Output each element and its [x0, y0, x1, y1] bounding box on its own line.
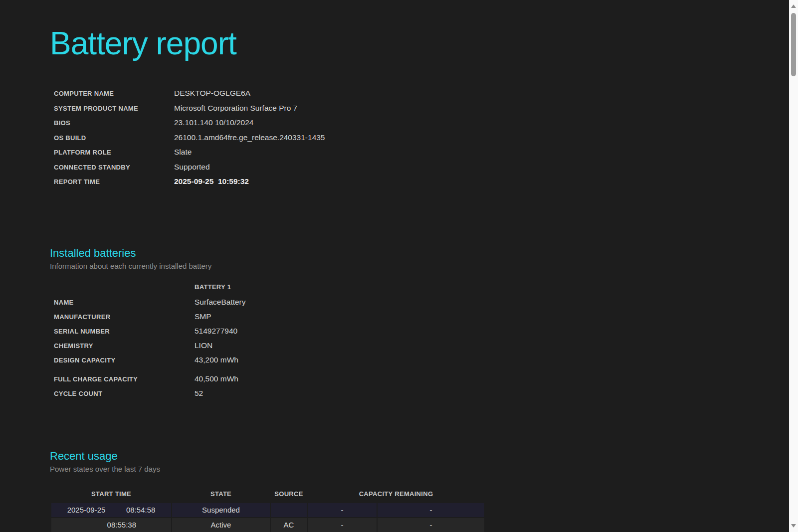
cycle-count-value: 52 — [195, 389, 203, 398]
connected-standby-value: Supported — [174, 163, 210, 172]
os-build-label: OS BUILD — [54, 134, 174, 142]
manufacturer-value: SMP — [195, 312, 211, 321]
battery-detail-row: DESIGN CAPACITY 43,200 mWh — [54, 355, 789, 370]
bios-label: BIOS — [54, 119, 174, 127]
start-time-cell: 08:55:38 — [51, 518, 171, 532]
battery-report-document: Battery report COMPUTER NAME DESKTOP-OGL… — [0, 0, 789, 532]
recent-usage-heading: Recent usage — [50, 449, 789, 464]
system-info-row: PLATFORM ROLE Slate — [54, 148, 789, 163]
serial-number-label: SERIAL NUMBER — [54, 328, 195, 335]
full-charge-capacity-value: 40,500 mWh — [195, 374, 238, 383]
full-charge-capacity-label: FULL CHARGE CAPACITY — [54, 375, 195, 383]
design-capacity-label: DESIGN CAPACITY — [54, 356, 195, 364]
system-info-row: REPORT TIME 2025-09-25 10:59:32 — [54, 177, 789, 192]
system-info-table: COMPUTER NAME DESKTOP-OGLGE6A SYSTEM PRO… — [54, 89, 789, 192]
capacity-percent-cell: - — [308, 503, 377, 517]
battery-detail-row: FULL CHARGE CAPACITY 40,500 mWh — [54, 374, 789, 389]
battery-1-column-header: BATTERY 1 — [195, 283, 231, 291]
serial-number-value: 5149277940 — [195, 327, 237, 336]
report-time-value: 2025-09-25 10:59:32 — [174, 177, 249, 186]
system-info-row: OS BUILD 26100.1.amd64fre.ge_release.240… — [54, 133, 789, 148]
cycle-count-label: CYCLE COUNT — [54, 390, 195, 397]
platform-role-value: Slate — [174, 148, 192, 157]
scrollbar-up-arrow-icon[interactable] — [791, 4, 796, 8]
system-info-row: SYSTEM PRODUCT NAME Microsoft Corporatio… — [54, 104, 789, 119]
state-cell: Suspended — [172, 503, 270, 517]
page-title: Battery report — [50, 25, 789, 62]
source-header: SOURCE — [271, 486, 307, 502]
installed-batteries-section: Installed batteries Information about ea… — [50, 246, 789, 403]
system-info-row: BIOS 23.101.140 10/10/2024 — [54, 118, 789, 133]
start-time-cell: 2025-09-2508:54:58 — [51, 503, 171, 517]
usage-row-active: 08:55:38 Active AC - - — [51, 518, 484, 532]
computer-name-label: COMPUTER NAME — [54, 90, 174, 97]
usage-header-row: START TIME STATE SOURCE CAPACITY REMAINI… — [51, 486, 484, 502]
start-time-header: START TIME — [51, 486, 171, 502]
connected-standby-label: CONNECTED STANDBY — [54, 164, 174, 171]
battery-detail-row: SERIAL NUMBER 5149277940 — [54, 327, 789, 341]
installed-batteries-subtitle: Information about each currently install… — [50, 261, 789, 271]
design-capacity-value: 43,200 mWh — [195, 355, 238, 364]
bios-value: 23.101.140 10/10/2024 — [174, 118, 253, 127]
usage-row-suspended: 2025-09-2508:54:58 Suspended - - — [51, 503, 484, 517]
recent-usage-section: Recent usage Power states over the last … — [50, 449, 789, 532]
battery-detail-row: CHEMISTRY LION — [54, 341, 789, 355]
system-product-name-value: Microsoft Corporation Surface Pro 7 — [174, 104, 297, 113]
system-info-row: CONNECTED STANDBY Supported — [54, 163, 789, 177]
computer-name-value: DESKTOP-OGLGE6A — [174, 89, 250, 98]
chemistry-value: LION — [195, 341, 212, 350]
capacity-mwh-cell: - — [378, 503, 484, 517]
scrollbar-down-arrow-icon[interactable] — [791, 524, 796, 528]
system-product-name-label: SYSTEM PRODUCT NAME — [54, 105, 174, 112]
source-cell: AC — [271, 518, 307, 532]
state-cell: Active — [172, 518, 270, 532]
capacity-percent-cell: - — [308, 518, 377, 532]
system-info-row: COMPUTER NAME DESKTOP-OGLGE6A — [54, 89, 789, 104]
battery-column-header-row: BATTERY 1 — [54, 283, 789, 298]
battery-name-label: NAME — [54, 299, 195, 306]
capacity-mwh-cell: - — [378, 518, 484, 532]
battery-detail-row: CYCLE COUNT 52 — [54, 389, 789, 403]
capacity-remaining-header: CAPACITY REMAINING — [308, 486, 484, 502]
platform-role-label: PLATFORM ROLE — [54, 149, 174, 156]
battery-detail-row: NAME SurfaceBattery — [54, 298, 789, 312]
start-time: 08:55:38 — [102, 521, 136, 529]
recent-usage-table: START TIME STATE SOURCE CAPACITY REMAINI… — [50, 485, 485, 532]
recent-usage-subtitle: Power states over the last 7 days — [50, 464, 789, 474]
scrollbar-thumb[interactable] — [791, 13, 796, 76]
start-time: 08:54:58 — [121, 506, 155, 514]
start-date: 2025-09-25 — [67, 506, 106, 514]
report-time-label: REPORT TIME — [54, 178, 174, 185]
chemistry-label: CHEMISTRY — [54, 342, 195, 350]
source-cell — [271, 503, 307, 517]
state-header: STATE — [172, 486, 270, 502]
manufacturer-label: MANUFACTURER — [54, 313, 195, 321]
battery-details-table: BATTERY 1 NAME SurfaceBattery MANUFACTUR… — [54, 283, 789, 403]
battery-name-value: SurfaceBattery — [195, 298, 246, 307]
installed-batteries-heading: Installed batteries — [50, 246, 789, 261]
vertical-scrollbar[interactable] — [789, 0, 798, 532]
battery-detail-row: MANUFACTURER SMP — [54, 312, 789, 327]
os-build-value: 26100.1.amd64fre.ge_release.240331-1435 — [174, 133, 325, 142]
